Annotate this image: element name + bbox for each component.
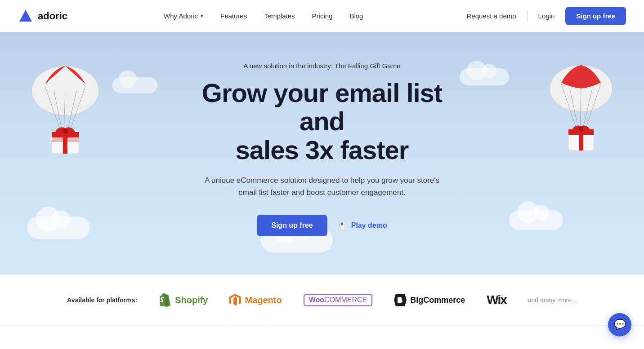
request-demo-link[interactable]: Request a demo <box>460 9 523 23</box>
hero-signup-button[interactable]: Sign up free <box>257 215 327 236</box>
logo-icon <box>18 9 33 24</box>
chat-icon: 💬 <box>614 319 626 326</box>
announcement-link[interactable]: new solution <box>250 62 287 70</box>
hero-play-demo-button[interactable]: 🖱️ Play demo <box>336 220 387 231</box>
cloud-1 <box>27 216 90 239</box>
hero-cta: Sign up free 🖱️ Play demo <box>178 215 466 236</box>
bigcommerce-icon <box>394 294 407 306</box>
parachute-left <box>27 59 103 164</box>
hero-subtitle: A unique eCommerce solution designed to … <box>201 174 443 199</box>
svg-rect-10 <box>52 137 79 142</box>
woo-box: WooCOMMERCE <box>304 294 372 306</box>
bigcommerce-text: BigCommerce <box>410 296 465 305</box>
hero-content: A new solution in the industry: The Fall… <box>178 62 466 237</box>
magento-icon <box>229 294 241 306</box>
platform-logos: Shopify Magento WooCOMMERCE BigCommerce <box>160 293 577 307</box>
nav-right: Request a demo Login Sign up free <box>460 7 626 25</box>
wix-logo: Wix <box>487 293 506 307</box>
more-platforms-text: and many more... <box>528 296 577 304</box>
svg-marker-0 <box>19 10 32 22</box>
platforms-label: Available for platforms: <box>67 296 137 304</box>
wix-text: Wix <box>487 293 506 307</box>
woo-text-commerce: COMMERCE <box>324 296 367 304</box>
platforms-section: Available for platforms: Shopify Magento… <box>0 275 644 326</box>
brand-name: adoric <box>38 10 67 22</box>
woo-text-woo: Woo <box>309 296 324 304</box>
nav-why-adoric[interactable]: Why Adoric ▾ <box>157 9 210 23</box>
hero-section: A new solution in the industry: The Fall… <box>0 32 644 275</box>
nav-pricing[interactable]: Pricing <box>305 9 340 23</box>
logo-link[interactable]: adoric <box>18 9 67 24</box>
nav-divider <box>527 10 528 22</box>
nav-blog[interactable]: Blog <box>342 9 370 23</box>
nav-templates[interactable]: Templates <box>257 9 302 23</box>
cursor-icon: 🖱️ <box>336 220 348 231</box>
login-link[interactable]: Login <box>531 9 562 23</box>
nav-links: Why Adoric ▾ Features Templates Pricing … <box>157 9 370 23</box>
shopify-text: Shopify <box>175 295 208 305</box>
magento-logo: Magento <box>229 294 282 306</box>
shopify-icon <box>160 293 171 307</box>
chevron-down-icon: ▾ <box>201 13 203 19</box>
nav-features[interactable]: Features <box>213 9 254 23</box>
svg-point-14 <box>63 128 68 134</box>
shopify-logo: Shopify <box>160 293 208 307</box>
signup-button[interactable]: Sign up free <box>565 7 626 25</box>
magento-text: Magento <box>245 295 282 305</box>
parachute-right <box>545 59 617 160</box>
bigcommerce-logo: BigCommerce <box>394 294 465 306</box>
cloud-4 <box>112 77 157 93</box>
cloud-3 <box>509 210 563 230</box>
hero-title: Grow your email list and sales 3x faster <box>178 79 466 164</box>
svg-point-27 <box>579 127 584 132</box>
hero-announcement: A new solution in the industry: The Fall… <box>178 62 466 70</box>
navbar: adoric Why Adoric ▾ Features Templates P… <box>0 0 644 32</box>
woocommerce-logo: WooCOMMERCE <box>304 294 372 306</box>
cloud-5 <box>460 68 509 85</box>
